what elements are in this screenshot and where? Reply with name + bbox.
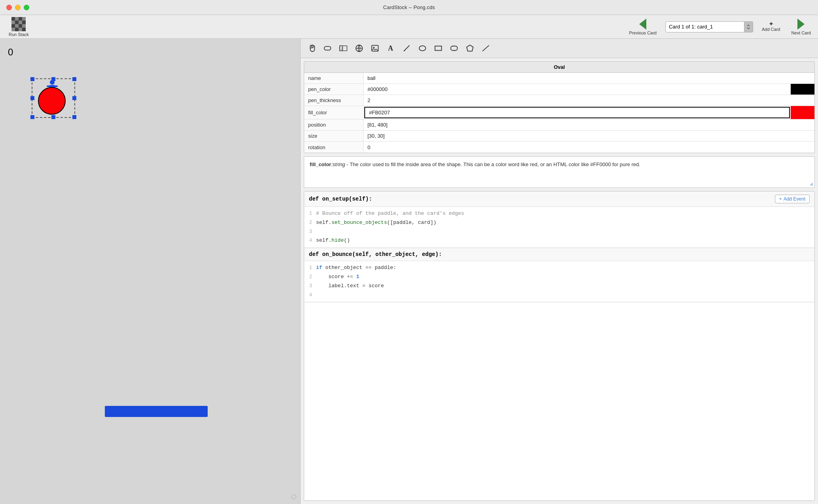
properties-header: Oval: [304, 62, 814, 73]
textfield-tool-button[interactable]: Ξ: [336, 41, 350, 55]
card-selector-input[interactable]: [665, 21, 744, 32]
code-line: 3 label.text = score: [304, 282, 814, 291]
help-bold: fill_color: [310, 161, 331, 167]
help-panel: fill_color:string - The color used to fi…: [304, 156, 815, 188]
prop-key-name: name: [304, 73, 364, 83]
handle-bm[interactable]: [51, 115, 55, 119]
card-selector-arrow[interactable]: [744, 21, 753, 32]
textfield-icon: Ξ: [339, 44, 348, 53]
text-tool-button[interactable]: A: [384, 41, 398, 55]
func-sig-on-setup: def on_setup(self):: [309, 196, 372, 202]
canvas-indicator: [292, 495, 296, 499]
prop-val-position[interactable]: [81, 480]: [364, 119, 814, 130]
code-sections[interactable]: def on_setup(self): + Add Event 1 # Boun…: [304, 191, 814, 500]
code-line: 2 score += 1: [304, 273, 814, 282]
rounded-rect-tool-button[interactable]: [447, 41, 461, 55]
paddle-object[interactable]: [105, 406, 208, 417]
card-selector[interactable]: [665, 21, 753, 32]
minimize-button[interactable]: [15, 5, 21, 10]
prop-row-rotation: rotation 0: [304, 142, 814, 153]
handle-tl[interactable]: [30, 77, 34, 81]
prop-key-fill-color: fill_color: [304, 106, 364, 119]
maximize-button[interactable]: [24, 5, 29, 10]
handle-tr[interactable]: [72, 77, 76, 81]
handle-bl[interactable]: [30, 115, 34, 119]
svg-marker-31: [467, 45, 473, 51]
window-controls: [6, 5, 29, 10]
resize-handle[interactable]: ⌟: [810, 179, 813, 186]
code-body-on-setup[interactable]: 1 # Bounce off of the paddle, and the ca…: [304, 207, 814, 248]
canvas-content: 0: [0, 39, 300, 504]
polygon-tool-button[interactable]: [463, 41, 477, 55]
prop-row-fill-color: fill_color #FB0207: [304, 106, 814, 119]
previous-card-icon: [639, 19, 646, 30]
pen-tool-button[interactable]: [400, 41, 414, 55]
line-tool-button[interactable]: [479, 41, 493, 55]
prop-val-pen-color[interactable]: #000000: [364, 84, 814, 95]
prop-val-fill-color: #FB0207: [364, 106, 814, 119]
prop-key-pen-color: pen_color: [304, 84, 364, 95]
handle-ml[interactable]: [30, 96, 34, 100]
svg-text:Ξ: Ξ: [341, 47, 343, 51]
rect-tool-button[interactable]: [431, 41, 445, 55]
next-card-button[interactable]: Next Card: [789, 17, 813, 37]
button-icon: [323, 44, 332, 53]
run-stack-icon: [11, 17, 26, 31]
pen-icon: [402, 44, 411, 53]
handle-br[interactable]: [72, 115, 76, 119]
run-stack-button[interactable]: Run Stack: [5, 15, 33, 38]
oval-icon: [418, 44, 427, 53]
code-line: 1 # Bounce off of the paddle, and the ca…: [304, 209, 814, 218]
canvas-area[interactable]: 0: [0, 39, 301, 504]
code-body-on-bounce[interactable]: 1 if other_object == paddle: 2 score += …: [304, 261, 814, 302]
fill-color-swatch: [791, 106, 814, 119]
prop-val-pen-thickness[interactable]: 2: [364, 95, 814, 106]
hand-tool-button[interactable]: [305, 41, 319, 55]
prop-val-name[interactable]: ball: [364, 73, 814, 83]
svg-rect-3: [22, 17, 26, 21]
previous-card-label: Previous Card: [629, 30, 657, 35]
svg-rect-6: [19, 21, 22, 24]
svg-rect-30: [451, 46, 458, 51]
button-tool-button[interactable]: [320, 41, 335, 55]
prop-val-rotation[interactable]: 0: [364, 142, 814, 153]
add-card-icon: ✚: [769, 22, 773, 26]
svg-rect-0: [11, 17, 15, 21]
plus-icon: +: [779, 196, 782, 202]
chevron-up-down-icon: [746, 25, 750, 29]
ball-object[interactable]: [38, 87, 66, 115]
help-text: fill_color:string - The color used to fi…: [310, 161, 640, 167]
line-icon: [481, 44, 490, 53]
image-tool-button[interactable]: [368, 41, 382, 55]
close-button[interactable]: [6, 5, 12, 10]
svg-point-16: [50, 80, 55, 85]
code-line: 1 if other_object == paddle:: [304, 263, 814, 273]
svg-rect-1: [15, 17, 19, 21]
rect-icon: [434, 44, 443, 53]
svg-rect-8: [11, 24, 15, 28]
code-line: 3: [304, 227, 814, 237]
webview-tool-button[interactable]: [352, 41, 366, 55]
run-stack-label: Run Stack: [9, 32, 29, 37]
add-event-button[interactable]: + Add Event: [775, 195, 810, 203]
svg-rect-7: [22, 21, 26, 24]
svg-rect-10: [19, 24, 22, 28]
prop-key-pen-thickness: pen_thickness: [304, 95, 364, 106]
right-panel: Ξ A: [301, 39, 818, 504]
fill-color-input[interactable]: #FB0207: [364, 107, 790, 118]
text-icon: A: [386, 44, 395, 53]
previous-card-button[interactable]: Previous Card: [627, 17, 659, 37]
prop-row-pen-thickness: pen_thickness 2: [304, 95, 814, 106]
card-navigation: Previous Card ✚ Add Card Next Card: [627, 17, 813, 37]
svg-rect-2: [19, 17, 22, 21]
add-card-button[interactable]: ✚ Add Card: [759, 20, 782, 33]
code-section-on-bounce: def on_bounce(self, other_object, edge):…: [304, 248, 814, 302]
handle-mr[interactable]: [72, 96, 76, 100]
window-title: CardStock -- Pong.cds: [383, 4, 435, 10]
code-line: 4: [304, 291, 814, 300]
prop-val-size[interactable]: [30, 30]: [364, 131, 814, 141]
next-card-icon: [797, 19, 805, 30]
code-panel: def on_setup(self): + Add Event 1 # Boun…: [304, 191, 815, 501]
oval-tool-button[interactable]: [415, 41, 430, 55]
code-header-on-bounce: def on_bounce(self, other_object, edge):: [304, 248, 814, 261]
